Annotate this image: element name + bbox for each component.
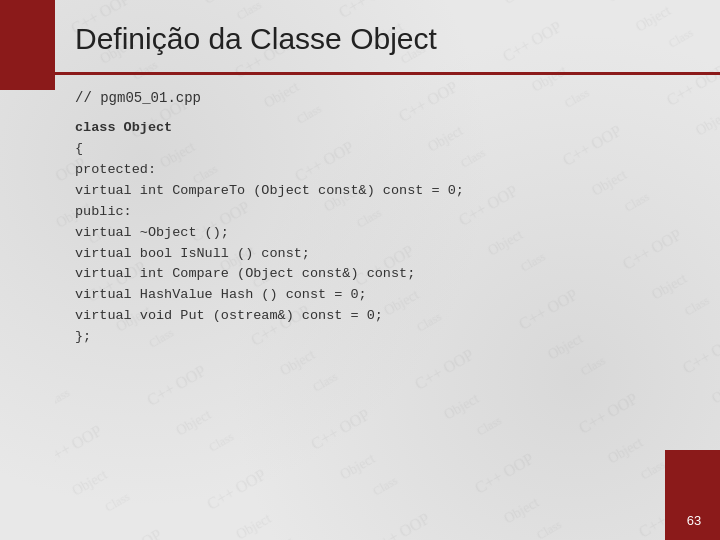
code-line-10: };	[75, 327, 655, 348]
code-line-3: virtual int CompareTo (Object const&) co…	[75, 181, 655, 202]
code-line-6: virtual bool IsNull () const;	[75, 244, 655, 265]
corner-accent-top-left	[0, 0, 55, 90]
code-line-8: virtual HashValue Hash () const = 0;	[75, 285, 655, 306]
page-number: 63	[676, 509, 712, 532]
code-line-0: class Object	[75, 118, 655, 139]
title-underline	[55, 72, 720, 75]
comment-line: // pgm05_01.cpp	[75, 90, 655, 106]
code-line-1: {	[75, 139, 655, 160]
code-line-9: virtual void Put (ostream&) const = 0;	[75, 306, 655, 327]
code-line-5: virtual ~Object ();	[75, 223, 655, 244]
code-block: class Object { protected: virtual int Co…	[75, 118, 655, 348]
slide: C++ OOP Object Class Definição da Classe…	[0, 0, 720, 540]
code-line-7: virtual int Compare (Object const&) cons…	[75, 264, 655, 285]
slide-content: // pgm05_01.cpp class Object { protected…	[75, 90, 655, 490]
code-line-4: public:	[75, 202, 655, 223]
slide-title: Definição da Classe Object	[75, 22, 437, 56]
code-line-2: protected:	[75, 160, 655, 181]
